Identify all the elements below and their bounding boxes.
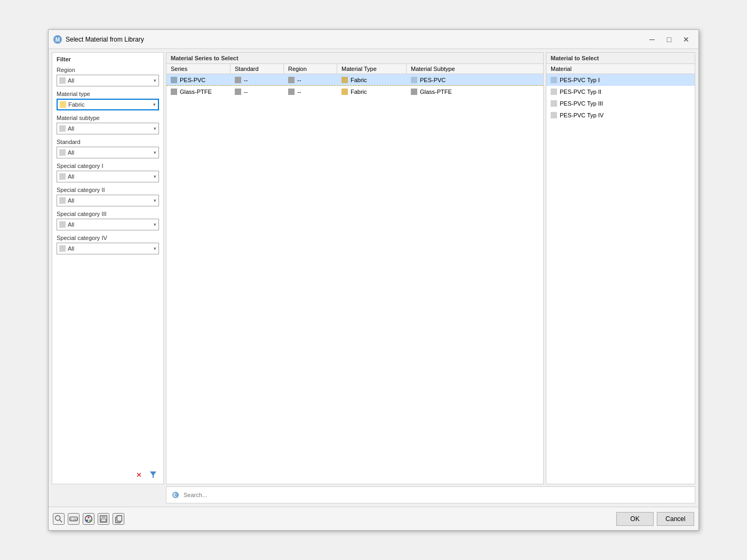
standard-dropdown[interactable]: All ▾	[57, 147, 159, 158]
svg-rect-17	[101, 519, 106, 522]
minimize-button[interactable]: ─	[644, 33, 660, 46]
material-type-dropdown[interactable]: Fabric ▾	[57, 99, 159, 110]
material-subtype-label: Material subtype	[57, 115, 159, 121]
special-cat4-label: Special category IV	[57, 235, 159, 241]
close-button[interactable]: ✕	[678, 33, 694, 46]
footer-buttons: OK Cancel	[616, 512, 694, 526]
filter-clear-button[interactable]: ✕	[133, 469, 145, 481]
special-cat3-arrow-icon: ▾	[154, 222, 156, 227]
cancel-button[interactable]: Cancel	[657, 512, 694, 526]
mat-type-color-box	[341, 89, 348, 95]
standard-color-box	[235, 89, 241, 95]
search-bar: ⚙	[166, 486, 695, 503]
material-type-value: Fabric	[68, 101, 153, 108]
special-cat2-value: All	[68, 197, 154, 204]
col-header-region: Region	[284, 64, 337, 74]
status-bar: 0.00	[49, 507, 698, 530]
material-name: PES-PVC Typ II	[560, 89, 601, 95]
col-header-standard: Standard	[231, 64, 284, 74]
status-value-button[interactable]: 0.00	[68, 513, 80, 525]
mat-subtype-color-box	[411, 89, 417, 95]
svg-point-12	[88, 516, 90, 518]
special-cat2-color-box	[59, 197, 66, 204]
special-cat2-dropdown[interactable]: All ▾	[57, 195, 159, 206]
special-cat1-dropdown[interactable]: All ▾	[57, 171, 159, 182]
mat-subtype-value: PES-PVC	[420, 77, 446, 83]
special-cat4-color-box	[59, 245, 66, 252]
material-subtype-value: All	[68, 125, 154, 132]
main-window: M Select Material from Library ─ □ ✕ Fil…	[48, 29, 699, 531]
svg-point-13	[86, 519, 89, 521]
material-subtype-section: Material subtype All ▾	[52, 113, 163, 137]
special-cat3-label: Special category III	[57, 211, 159, 217]
region-value-row: --	[297, 77, 301, 83]
material-panel: Material to Select Material PES-PVC Typ …	[546, 52, 695, 484]
special-cat3-dropdown[interactable]: All ▾	[57, 219, 159, 230]
mat-type-color-box	[341, 77, 348, 83]
status-icon3-button[interactable]	[83, 513, 94, 525]
col-header-material-subtype: Material Subtype	[407, 64, 543, 74]
app-icon: M	[53, 35, 62, 44]
mat-subtype-color-box	[411, 77, 417, 83]
series-panel-header: Material Series to Select	[166, 53, 543, 64]
col-header-material-type: Material Type	[337, 64, 407, 74]
svg-marker-3	[150, 471, 156, 478]
material-name: PES-PVC Typ IV	[560, 112, 603, 118]
mat-subtype-value: Glass-PTFE	[420, 89, 452, 95]
maximize-button[interactable]: □	[661, 33, 677, 46]
material-color-box	[551, 100, 557, 107]
series-rows-container: PES-PVC -- -- Fabric	[166, 74, 543, 484]
standard-color-box	[235, 77, 241, 83]
svg-text:⚙: ⚙	[174, 493, 178, 498]
list-item[interactable]: PES-PVC Typ I	[546, 74, 695, 86]
filter-title: Filter	[52, 53, 163, 65]
ok-button[interactable]: OK	[616, 512, 654, 526]
region-arrow-icon: ▾	[154, 78, 156, 83]
special-cat1-arrow-icon: ▾	[154, 174, 156, 179]
series-name: PES-PVC	[180, 77, 205, 83]
special-cat3-color-box	[59, 221, 66, 228]
standard-value-row: --	[244, 89, 248, 95]
special-cat4-value: All	[68, 245, 154, 252]
title-bar: M Select Material from Library ─ □ ✕	[49, 30, 698, 49]
table-row[interactable]: PES-PVC -- -- Fabric	[166, 74, 543, 86]
filter-apply-button[interactable]	[147, 469, 159, 481]
material-color-box	[551, 112, 557, 118]
region-color-box	[288, 89, 295, 95]
svg-rect-16	[101, 515, 105, 518]
svg-point-14	[89, 519, 91, 521]
list-item[interactable]: PES-PVC Typ III	[546, 98, 695, 109]
special-cat4-dropdown[interactable]: All ▾	[57, 243, 159, 254]
status-copy-button[interactable]	[113, 513, 124, 525]
series-panel: Material Series to Select Series Standar…	[166, 52, 544, 484]
material-name: PES-PVC Typ III	[560, 100, 603, 107]
filter-panel: Filter Region All ▾ Material type Fabric…	[52, 52, 164, 484]
special-cat2-label: Special category II	[57, 187, 159, 193]
mat-type-value: Fabric	[351, 77, 367, 83]
status-search-button[interactable]	[53, 513, 65, 525]
window-controls: ─ □ ✕	[644, 33, 694, 46]
search-input[interactable]	[184, 492, 690, 498]
status-save-button[interactable]	[98, 513, 109, 525]
list-item[interactable]: PES-PVC Typ II	[546, 86, 695, 98]
search-icon: ⚙	[171, 490, 180, 500]
filter-footer: ✕	[52, 466, 163, 484]
region-value-row: --	[297, 89, 301, 95]
svg-point-7	[55, 515, 60, 520]
status-icons: 0.00	[53, 513, 124, 525]
standard-value: All	[68, 149, 154, 156]
material-name: PES-PVC Typ I	[560, 77, 600, 83]
svg-text:0.00: 0.00	[70, 517, 77, 522]
material-subtype-dropdown[interactable]: All ▾	[57, 123, 159, 134]
special-cat1-value: All	[68, 173, 154, 180]
standard-color-box	[59, 149, 66, 156]
table-row[interactable]: Glass-PTFE -- -- Fabric	[166, 86, 543, 98]
window-body: Filter Region All ▾ Material type Fabric…	[49, 49, 698, 507]
region-dropdown[interactable]: All ▾	[57, 75, 159, 86]
special-cat3-section: Special category III All ▾	[52, 209, 163, 233]
list-item[interactable]: PES-PVC Typ IV	[546, 109, 695, 121]
series-color-box	[171, 77, 177, 83]
special-cat3-value: All	[68, 221, 154, 228]
material-type-arrow-icon: ▾	[153, 102, 156, 107]
special-cat2-section: Special category II All ▾	[52, 185, 163, 209]
